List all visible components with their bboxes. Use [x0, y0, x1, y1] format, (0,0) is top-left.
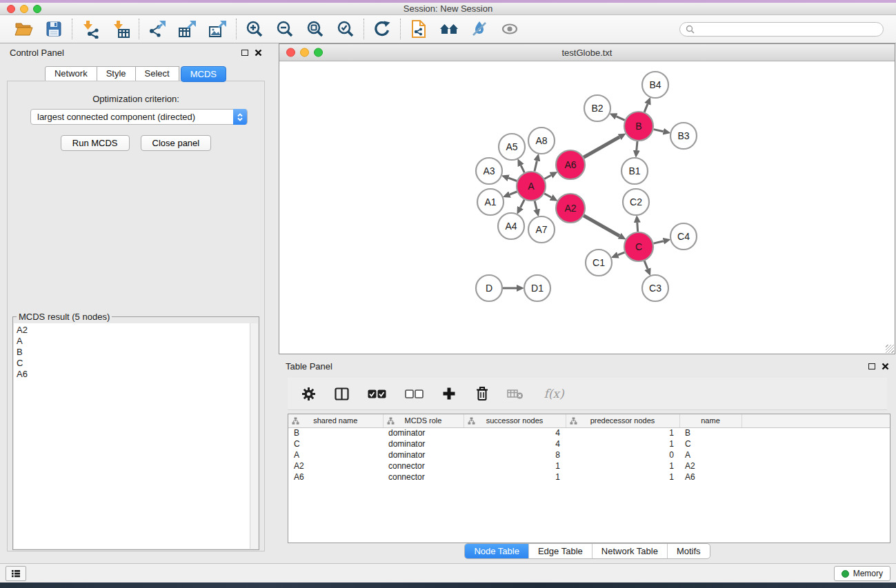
memory-button[interactable]: Memory	[834, 566, 890, 581]
graph-node-D[interactable]: D	[476, 275, 502, 301]
export-network-icon[interactable]	[146, 18, 168, 40]
result-item-A[interactable]: A	[17, 336, 255, 347]
table-tab-edge-table[interactable]: Edge Table	[528, 544, 592, 558]
graph-edge-A-A5[interactable]	[521, 165, 524, 172]
graph-edge-A-A4[interactable]	[520, 200, 524, 208]
criterion-dropdown[interactable]: largest connected component (directed)	[30, 109, 248, 125]
export-image-icon[interactable]	[207, 18, 229, 40]
graph-edge-A2-C[interactable]	[584, 216, 619, 236]
graph-node-A1[interactable]: A1	[477, 189, 504, 215]
tab-network[interactable]: Network	[45, 66, 97, 82]
columns-icon[interactable]	[333, 385, 350, 402]
graph-node-A7[interactable]: A7	[528, 216, 555, 243]
zoom-in-icon[interactable]	[243, 18, 266, 40]
graph-edge-A-A6[interactable]	[544, 175, 551, 179]
graph-edge-B-B1[interactable]	[637, 141, 637, 150]
graph-node-C1[interactable]: C1	[586, 250, 612, 276]
graph-node-B3[interactable]: B3	[670, 123, 697, 149]
column-header-predecessor-nodes[interactable]: predecessor nodes	[566, 414, 679, 427]
graph-edge-B-B3[interactable]	[654, 130, 664, 132]
graph-edge-A6-B[interactable]	[584, 137, 619, 157]
minimize-network-window-button[interactable]	[300, 48, 309, 57]
graph-edge-C-C4[interactable]	[653, 241, 663, 243]
graph-node-A8[interactable]: A8	[528, 128, 555, 154]
graph-node-B[interactable]: B	[624, 112, 653, 141]
network-window-titlebar[interactable]: testGlobe.txt	[279, 44, 895, 61]
graph-node-A4[interactable]: A4	[498, 213, 524, 239]
settings-gear-icon[interactable]	[300, 385, 317, 402]
graph-edge-C-C2[interactable]	[637, 223, 638, 232]
export-table-icon[interactable]	[177, 18, 199, 40]
graph-node-A2[interactable]: A2	[556, 194, 585, 223]
graph-node-C[interactable]: C	[624, 232, 653, 261]
table-tab-network-table[interactable]: Network Table	[592, 544, 667, 558]
graph-edge-C-C1[interactable]	[618, 252, 625, 255]
table-row[interactable]: A6connector11A6	[288, 472, 890, 483]
column-header-successor-nodes[interactable]: successor nodes	[464, 414, 566, 427]
delete-row-icon[interactable]	[474, 385, 490, 402]
graph-edge-A-A8[interactable]	[535, 161, 537, 171]
column-header-shared-name[interactable]: shared name	[288, 414, 383, 427]
node-table[interactable]: shared nameMCDS rolesuccessor nodesprede…	[288, 414, 890, 543]
result-item-A2[interactable]: A2	[17, 325, 255, 336]
graph-edge-A-A7[interactable]	[535, 201, 537, 209]
search-field[interactable]	[679, 22, 884, 37]
task-history-button[interactable]	[6, 566, 26, 581]
result-item-A6[interactable]: A6	[17, 369, 255, 380]
annotation-off-icon[interactable]	[468, 18, 490, 40]
table-row[interactable]: A2connector11A2	[288, 460, 890, 472]
graph-node-D1[interactable]: D1	[524, 275, 550, 301]
graph-edge-B-B2[interactable]	[617, 116, 625, 120]
result-item-C[interactable]: C	[17, 358, 255, 369]
home-icon[interactable]	[438, 18, 460, 40]
select-all-icon[interactable]	[366, 385, 387, 402]
float-table-panel-icon[interactable]	[868, 363, 875, 369]
result-list-scrollbar[interactable]	[250, 323, 258, 549]
table-row[interactable]: Bdominator41B	[288, 427, 890, 438]
graph-node-C4[interactable]: C4	[670, 223, 697, 250]
column-header-name[interactable]: name	[679, 414, 741, 427]
tab-style[interactable]: Style	[97, 66, 136, 82]
graph-node-A6[interactable]: A6	[556, 150, 585, 179]
table-row[interactable]: Cdominator41C	[288, 438, 890, 449]
network-canvas[interactable]: B4B2BB3A8A5A6A3B1AA1C2A2A4A7C4CC1C3DD1	[279, 61, 895, 354]
minimize-window-button[interactable]	[20, 5, 28, 13]
graph-edge-A-A2[interactable]	[544, 194, 551, 198]
open-file-icon[interactable]	[12, 18, 34, 40]
tab-mcds[interactable]: MCDS	[181, 66, 226, 82]
table-row[interactable]: Adominator80A	[288, 449, 890, 460]
table-tab-node-table[interactable]: Node Table	[465, 544, 528, 558]
close-panel-button[interactable]: Close panel	[141, 135, 212, 151]
graph-node-A[interactable]: A	[517, 172, 546, 201]
graph-edge-A-A1[interactable]	[510, 192, 517, 194]
cybrowser-icon[interactable]	[408, 18, 430, 40]
close-window-button[interactable]	[7, 5, 15, 13]
tab-select[interactable]: Select	[135, 66, 179, 82]
delete-table-icon[interactable]	[507, 385, 524, 402]
zoom-network-window-button[interactable]	[314, 48, 323, 57]
refresh-icon[interactable]	[371, 18, 393, 40]
zoom-out-icon[interactable]	[274, 18, 296, 40]
search-input[interactable]	[698, 24, 877, 34]
close-table-panel-icon[interactable]	[882, 363, 889, 370]
window-resize-grip[interactable]	[886, 345, 894, 353]
result-item-B[interactable]: B	[17, 347, 255, 358]
function-builder-icon[interactable]: f(x)	[540, 385, 568, 402]
close-panel-icon[interactable]	[255, 49, 262, 57]
graph-node-B1[interactable]: B1	[621, 158, 648, 184]
zoom-window-button[interactable]	[33, 5, 41, 13]
deselect-all-icon[interactable]	[404, 385, 424, 402]
zoom-fit-icon[interactable]	[304, 18, 326, 40]
show-hide-icon[interactable]	[499, 18, 521, 40]
close-network-window-button[interactable]	[286, 48, 295, 57]
run-mcds-button[interactable]: Run MCDS	[61, 135, 130, 151]
import-network-icon[interactable]	[79, 18, 101, 40]
graph-node-C2[interactable]: C2	[623, 189, 649, 215]
graph-node-B4[interactable]: B4	[642, 72, 668, 98]
graph-edge-C-C3[interactable]	[644, 261, 648, 269]
import-table-icon[interactable]	[110, 18, 132, 40]
column-header-mcds-role[interactable]: MCDS role	[383, 414, 464, 427]
graph-node-C3[interactable]: C3	[642, 275, 668, 301]
float-panel-icon[interactable]	[241, 50, 248, 56]
network-graph[interactable]: B4B2BB3A8A5A6A3B1AA1C2A2A4A7C4CC1C3DD1	[279, 61, 895, 354]
